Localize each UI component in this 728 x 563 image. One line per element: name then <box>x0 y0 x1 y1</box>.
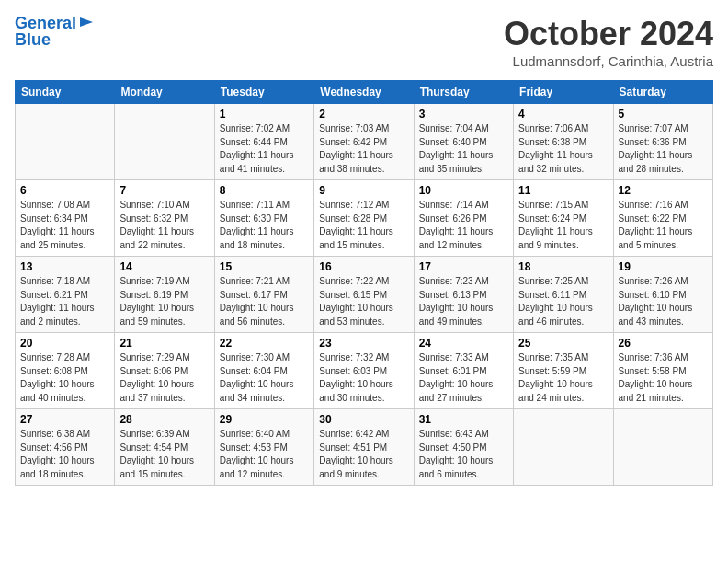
day-number: 7 <box>119 184 209 197</box>
day-info: Sunrise: 7:18 AM Sunset: 6:21 PM Dayligh… <box>20 275 109 328</box>
svg-marker-0 <box>80 17 93 27</box>
page-header: General Blue October 2024 Ludmannsdorf, … <box>15 15 713 69</box>
calendar-cell <box>613 409 712 486</box>
day-number: 22 <box>220 337 309 350</box>
day-number: 24 <box>419 337 508 350</box>
day-number: 3 <box>419 108 508 121</box>
day-number: 10 <box>419 184 508 197</box>
calendar-table: SundayMondayTuesdayWednesdayThursdayFrid… <box>15 80 713 486</box>
calendar-cell: 14Sunrise: 7:19 AM Sunset: 6:19 PM Dayli… <box>115 257 214 333</box>
day-info: Sunrise: 6:42 AM Sunset: 4:51 PM Dayligh… <box>319 428 408 481</box>
day-info: Sunrise: 7:16 AM Sunset: 6:22 PM Dayligh… <box>619 199 708 252</box>
weekday-header: Friday <box>514 81 613 104</box>
day-info: Sunrise: 7:14 AM Sunset: 6:26 PM Dayligh… <box>419 199 508 252</box>
calendar-cell <box>115 104 214 180</box>
day-info: Sunrise: 7:03 AM Sunset: 6:42 PM Dayligh… <box>319 122 408 176</box>
day-info: Sunrise: 7:06 AM Sunset: 6:38 PM Dayligh… <box>518 122 608 176</box>
calendar-cell: 11Sunrise: 7:15 AM Sunset: 6:24 PM Dayli… <box>514 180 613 257</box>
day-info: Sunrise: 7:33 AM Sunset: 6:01 PM Dayligh… <box>419 351 508 405</box>
day-number: 17 <box>419 260 508 273</box>
calendar-cell: 16Sunrise: 7:22 AM Sunset: 6:15 PM Dayli… <box>314 257 414 333</box>
day-info: Sunrise: 7:35 AM Sunset: 5:59 PM Dayligh… <box>518 351 608 405</box>
weekday-header: Sunday <box>16 81 115 104</box>
calendar-cell: 20Sunrise: 7:28 AM Sunset: 6:08 PM Dayli… <box>16 333 115 409</box>
calendar-cell: 6Sunrise: 7:08 AM Sunset: 6:34 PM Daylig… <box>16 180 115 257</box>
day-number: 9 <box>319 184 408 197</box>
calendar-week-row: 1Sunrise: 7:02 AM Sunset: 6:44 PM Daylig… <box>16 104 713 180</box>
day-number: 23 <box>319 337 408 350</box>
calendar-week-row: 20Sunrise: 7:28 AM Sunset: 6:08 PM Dayli… <box>16 333 713 409</box>
calendar-cell: 23Sunrise: 7:32 AM Sunset: 6:03 PM Dayli… <box>314 333 414 409</box>
day-number: 1 <box>220 108 309 121</box>
calendar-cell: 24Sunrise: 7:33 AM Sunset: 6:01 PM Dayli… <box>414 333 513 409</box>
day-info: Sunrise: 7:04 AM Sunset: 6:40 PM Dayligh… <box>419 122 508 176</box>
weekday-header: Saturday <box>613 81 712 104</box>
day-info: Sunrise: 6:40 AM Sunset: 4:53 PM Dayligh… <box>220 428 309 481</box>
calendar-cell: 2Sunrise: 7:03 AM Sunset: 6:42 PM Daylig… <box>314 104 414 180</box>
day-number: 18 <box>518 260 608 273</box>
calendar-cell: 29Sunrise: 6:40 AM Sunset: 4:53 PM Dayli… <box>214 409 313 486</box>
calendar-cell: 9Sunrise: 7:12 AM Sunset: 6:28 PM Daylig… <box>314 180 414 257</box>
day-number: 20 <box>20 337 109 350</box>
calendar-cell: 22Sunrise: 7:30 AM Sunset: 6:04 PM Dayli… <box>214 333 313 409</box>
calendar-cell: 25Sunrise: 7:35 AM Sunset: 5:59 PM Dayli… <box>514 333 613 409</box>
day-number: 19 <box>619 260 708 273</box>
calendar-week-row: 13Sunrise: 7:18 AM Sunset: 6:21 PM Dayli… <box>16 257 713 333</box>
calendar-cell: 1Sunrise: 7:02 AM Sunset: 6:44 PM Daylig… <box>214 104 313 180</box>
day-info: Sunrise: 7:28 AM Sunset: 6:08 PM Dayligh… <box>20 351 109 405</box>
logo-blue: Blue <box>15 31 51 50</box>
day-info: Sunrise: 7:02 AM Sunset: 6:44 PM Dayligh… <box>220 122 309 176</box>
calendar-cell: 12Sunrise: 7:16 AM Sunset: 6:22 PM Dayli… <box>613 180 712 257</box>
calendar-cell: 15Sunrise: 7:21 AM Sunset: 6:17 PM Dayli… <box>214 257 313 333</box>
day-info: Sunrise: 6:39 AM Sunset: 4:54 PM Dayligh… <box>119 428 209 481</box>
calendar-cell: 8Sunrise: 7:11 AM Sunset: 6:30 PM Daylig… <box>214 180 313 257</box>
calendar-cell: 27Sunrise: 6:38 AM Sunset: 4:56 PM Dayli… <box>16 409 115 486</box>
day-number: 5 <box>619 108 708 121</box>
day-info: Sunrise: 7:23 AM Sunset: 6:13 PM Dayligh… <box>419 275 508 328</box>
weekday-header: Tuesday <box>214 81 313 104</box>
day-number: 13 <box>20 260 109 273</box>
day-number: 15 <box>220 260 309 273</box>
day-number: 6 <box>20 184 109 197</box>
logo: General Blue <box>15 15 95 50</box>
day-info: Sunrise: 7:15 AM Sunset: 6:24 PM Dayligh… <box>518 199 608 252</box>
day-number: 31 <box>419 413 508 426</box>
calendar-week-row: 27Sunrise: 6:38 AM Sunset: 4:56 PM Dayli… <box>16 409 713 486</box>
calendar-cell: 10Sunrise: 7:14 AM Sunset: 6:26 PM Dayli… <box>414 180 513 257</box>
calendar-cell: 30Sunrise: 6:42 AM Sunset: 4:51 PM Dayli… <box>314 409 414 486</box>
calendar-cell: 5Sunrise: 7:07 AM Sunset: 6:36 PM Daylig… <box>613 104 712 180</box>
calendar-cell <box>514 409 613 486</box>
day-number: 21 <box>119 337 209 350</box>
day-info: Sunrise: 7:36 AM Sunset: 5:58 PM Dayligh… <box>619 351 708 405</box>
calendar-cell <box>16 104 115 180</box>
weekday-header: Thursday <box>414 81 513 104</box>
day-info: Sunrise: 6:43 AM Sunset: 4:50 PM Dayligh… <box>419 428 508 481</box>
day-number: 8 <box>220 184 309 197</box>
month-title: October 2024 <box>504 15 713 53</box>
calendar-cell: 26Sunrise: 7:36 AM Sunset: 5:58 PM Dayli… <box>613 333 712 409</box>
calendar-cell: 3Sunrise: 7:04 AM Sunset: 6:40 PM Daylig… <box>414 104 513 180</box>
day-number: 2 <box>319 108 408 121</box>
weekday-header: Monday <box>115 81 214 104</box>
day-number: 12 <box>619 184 708 197</box>
day-info: Sunrise: 7:08 AM Sunset: 6:34 PM Dayligh… <box>20 199 109 252</box>
day-info: Sunrise: 7:21 AM Sunset: 6:17 PM Dayligh… <box>220 275 309 328</box>
day-number: 29 <box>220 413 309 426</box>
calendar-cell: 17Sunrise: 7:23 AM Sunset: 6:13 PM Dayli… <box>414 257 513 333</box>
weekday-header: Wednesday <box>314 81 414 104</box>
day-number: 28 <box>119 413 209 426</box>
calendar-cell: 31Sunrise: 6:43 AM Sunset: 4:50 PM Dayli… <box>414 409 513 486</box>
calendar-cell: 19Sunrise: 7:26 AM Sunset: 6:10 PM Dayli… <box>613 257 712 333</box>
day-number: 4 <box>518 108 608 121</box>
location: Ludmannsdorf, Carinthia, Austria <box>504 53 713 69</box>
day-info: Sunrise: 7:30 AM Sunset: 6:04 PM Dayligh… <box>220 351 309 405</box>
day-info: Sunrise: 7:07 AM Sunset: 6:36 PM Dayligh… <box>619 122 708 176</box>
calendar-cell: 13Sunrise: 7:18 AM Sunset: 6:21 PM Dayli… <box>16 257 115 333</box>
day-number: 26 <box>619 337 708 350</box>
day-info: Sunrise: 7:12 AM Sunset: 6:28 PM Dayligh… <box>319 199 408 252</box>
calendar-cell: 4Sunrise: 7:06 AM Sunset: 6:38 PM Daylig… <box>514 104 613 180</box>
day-number: 14 <box>119 260 209 273</box>
calendar-cell: 21Sunrise: 7:29 AM Sunset: 6:06 PM Dayli… <box>115 333 214 409</box>
day-number: 25 <box>518 337 608 350</box>
day-number: 27 <box>20 413 109 426</box>
